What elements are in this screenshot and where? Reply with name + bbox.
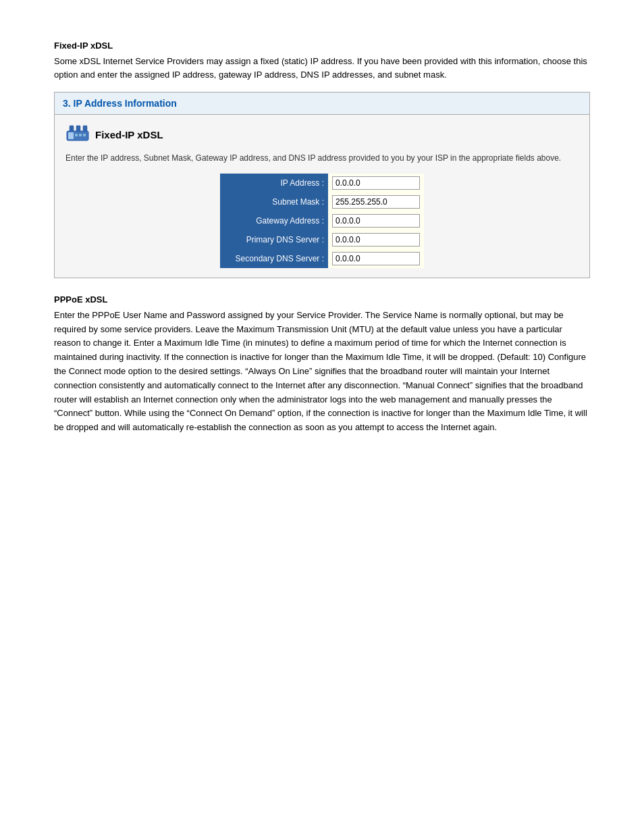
fixed-ip-description: Some xDSL Internet Service Providers may… bbox=[54, 55, 590, 81]
form-input-cell bbox=[328, 230, 424, 249]
ip-address-card: 3. IP Address Information Fixed-IP xDSL bbox=[54, 92, 590, 278]
svg-rect-1 bbox=[68, 132, 74, 139]
form-label: IP Address : bbox=[220, 174, 328, 192]
card-icon-title-row: Fixed-IP xDSL bbox=[65, 124, 579, 145]
svg-rect-7 bbox=[83, 126, 87, 131]
form-row: Secondary DNS Server : bbox=[220, 249, 424, 268]
svg-rect-5 bbox=[70, 126, 74, 131]
svg-rect-3 bbox=[79, 134, 82, 136]
form-input-field[interactable] bbox=[332, 233, 420, 246]
form-input-cell bbox=[328, 174, 424, 192]
form-input-field[interactable] bbox=[332, 214, 420, 228]
svg-rect-2 bbox=[75, 134, 78, 136]
form-label: Gateway Address : bbox=[220, 211, 328, 230]
form-row: Primary DNS Server : bbox=[220, 230, 424, 249]
card-title-text: Fixed-IP xDSL bbox=[95, 129, 163, 140]
card-instruction: Enter the IP address, Subnet Mask, Gatew… bbox=[65, 153, 579, 164]
pppoe-description: Enter the PPPoE User Name and Password a… bbox=[54, 309, 590, 435]
form-input-field[interactable] bbox=[332, 252, 420, 265]
form-input-cell bbox=[328, 249, 424, 268]
pppoe-title: PPPoE xDSL bbox=[54, 294, 590, 305]
form-input-cell bbox=[328, 192, 424, 211]
form-input-cell bbox=[328, 211, 424, 230]
form-row: IP Address : bbox=[220, 174, 424, 192]
svg-rect-6 bbox=[76, 126, 80, 131]
fixed-ip-title: Fixed-IP xDSL bbox=[54, 41, 590, 51]
form-label: Subnet Mask : bbox=[220, 192, 328, 211]
card-body: Fixed-IP xDSL Enter the IP address, Subn… bbox=[55, 115, 589, 278]
ip-form-table: IP Address :Subnet Mask :Gateway Address… bbox=[220, 174, 424, 268]
router-icon bbox=[65, 124, 90, 145]
card-header: 3. IP Address Information bbox=[55, 93, 589, 115]
pppoe-section: PPPoE xDSL Enter the PPPoE User Name and… bbox=[54, 294, 590, 435]
fixed-ip-section: Fixed-IP xDSL Some xDSL Internet Service… bbox=[54, 41, 590, 278]
form-input-field[interactable] bbox=[332, 195, 420, 209]
form-label: Primary DNS Server : bbox=[220, 230, 328, 249]
form-label: Secondary DNS Server : bbox=[220, 249, 328, 268]
form-row: Gateway Address : bbox=[220, 211, 424, 230]
form-input-field[interactable] bbox=[332, 176, 420, 190]
form-row: Subnet Mask : bbox=[220, 192, 424, 211]
svg-rect-4 bbox=[83, 134, 86, 136]
